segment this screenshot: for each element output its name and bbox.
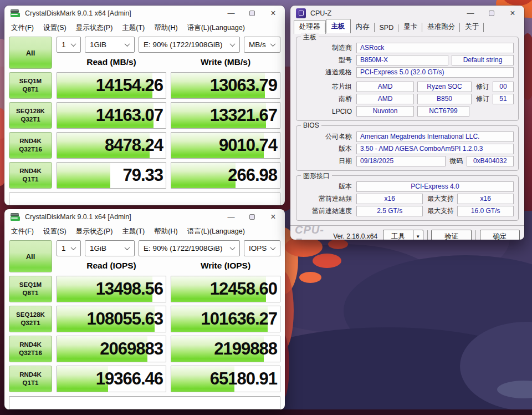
minimize-icon[interactable]: — <box>227 9 235 17</box>
run-all-button[interactable]: All <box>9 37 52 69</box>
write-column-header: Write (IOPS) <box>171 259 280 272</box>
read-result-cell: 8478.24 <box>57 132 166 159</box>
manufacturer-label: 制造商 <box>301 43 352 53</box>
read-result-cell: 14154.26 <box>57 72 166 99</box>
test-count-select[interactable]: 1 <box>57 240 81 256</box>
write-column-header: Write (MB/s) <box>171 55 280 69</box>
test-button-seq128k-q32t1[interactable]: SEQ128KQ32T1 <box>9 102 52 129</box>
tab-mainboard[interactable]: 主板 <box>326 19 351 33</box>
menu-view[interactable]: 显示状态(P) <box>76 227 113 236</box>
link-width-value: x16 <box>356 194 423 204</box>
link-speed-label: 當前連結速度 <box>301 206 352 216</box>
chevron-down-icon <box>125 245 130 250</box>
chipset-label: 芯片组 <box>301 82 352 92</box>
test-button-seq128k-q32t1[interactable]: SEQ128KQ32T1 <box>9 306 52 332</box>
microcode-label: 微码 <box>450 156 463 166</box>
menu-settings[interactable]: 设置(S) <box>43 23 66 33</box>
max-speed-value: 16.0 GT/s <box>457 206 514 216</box>
run-all-button[interactable]: All <box>9 240 52 272</box>
tab-spd[interactable]: SPD <box>375 22 399 34</box>
lpcio-label: LPCIO <box>301 108 352 115</box>
cpuz-logo: CPU-Z <box>295 224 329 240</box>
southbridge-rev-label: 修订 <box>476 94 489 104</box>
test-button-rnd4k-q1t1[interactable]: RND4KQ1T1 <box>9 162 52 189</box>
unit-select[interactable]: MB/s <box>244 37 280 53</box>
menu-view[interactable]: 显示状态(P) <box>76 23 113 33</box>
menu-language[interactable]: 语言(L)(Language) <box>187 227 245 236</box>
chevron-down-icon <box>71 245 76 250</box>
bios-version-value: 3.50 - AMD AGESA ComboAm5PI 1.2.0.3 <box>356 144 514 154</box>
test-size-select[interactable]: 1GiB <box>85 240 135 256</box>
bios-version-label: 版本 <box>301 144 352 154</box>
maximize-icon[interactable] <box>249 214 255 220</box>
bios-date-label: 日期 <box>301 156 352 166</box>
cdm-titlebar: CrystalDiskMark 9.0.1 x64 [Admin] — × <box>4 6 285 21</box>
manufacturer-value: ASRock <box>356 43 514 53</box>
validate-button[interactable]: 验证 <box>431 230 471 240</box>
cpuz-titlebar: CPU-Z — × <box>290 6 524 21</box>
read-result-cell: 79.33 <box>57 162 166 189</box>
menu-help[interactable]: 帮助(H) <box>154 227 177 236</box>
menu-theme[interactable]: 主题(T) <box>122 227 145 236</box>
result-row-seq1m-q8t1: SEQ1MQ8T1 13498.56 12458.60 <box>9 276 280 302</box>
test-count-select[interactable]: 1 <box>57 37 81 53</box>
close-icon[interactable]: × <box>509 9 516 17</box>
read-result-cell: 19366.46 <box>57 366 166 392</box>
tab-cpu[interactable]: 处理器 <box>294 20 326 34</box>
test-button-rnd4k-q1t1[interactable]: RND4KQ1T1 <box>9 366 52 392</box>
menu-settings[interactable]: 设置(S) <box>43 227 66 236</box>
chevron-down-icon <box>270 41 276 47</box>
gfx-version-value: PCI-Express 4.0 <box>356 181 514 192</box>
cpuz-window: CPU-Z — × 处理器 主板 内存 SPD 显卡 基准跑分 关于 主板 制造… <box>290 6 524 240</box>
tab-about[interactable]: 关于 <box>460 21 484 34</box>
tab-memory[interactable]: 内存 <box>351 21 375 34</box>
result-row-rnd4k-q1t1: RND4KQ1T1 79.33 266.98 <box>9 162 280 189</box>
write-result-cell: 13063.79 <box>171 72 280 99</box>
chevron-down-icon <box>230 245 236 250</box>
menu-help[interactable]: 帮助(H) <box>154 23 177 33</box>
group-legend: BIOS <box>301 122 321 129</box>
chevron-down-icon <box>71 41 76 47</box>
tab-graphics[interactable]: 显卡 <box>398 21 422 34</box>
lpcio-value: NCT6799 <box>417 106 469 117</box>
tab-bench[interactable]: 基准跑分 <box>422 21 460 34</box>
write-result-cell: 13321.67 <box>171 102 280 129</box>
write-result-cell: 101636.27 <box>171 306 280 332</box>
test-button-seq1m-q8t1[interactable]: SEQ1MQ8T1 <box>9 72 52 99</box>
bus-specs-label: 通道规格 <box>301 68 352 77</box>
status-bar <box>9 396 280 409</box>
cdm-toolbar: 1 1GiB E: 90% (1722/1908GiB) MB/s <box>57 37 280 53</box>
close-icon[interactable]: × <box>269 9 277 17</box>
model-value: B850M-X <box>356 55 448 65</box>
tools-dropdown-icon[interactable]: ▼ <box>413 230 423 240</box>
read-result-cell: 2069883 <box>57 336 166 362</box>
minimize-icon[interactable]: — <box>467 9 474 17</box>
cdm-window-iops: CrystalDiskMark 9.0.1 x64 [Admin] — × 文件… <box>4 209 285 409</box>
chipset-rev-value: 00 <box>493 82 514 92</box>
maximize-icon[interactable] <box>249 11 255 16</box>
menu-file[interactable]: 文件(F) <box>11 23 34 33</box>
menu-language[interactable]: 语言(L)(Language) <box>187 23 245 33</box>
link-width-label: 當前連結頻 <box>301 194 352 204</box>
target-drive-select[interactable]: E: 90% (1722/1908GiB) <box>139 240 240 256</box>
cpuz-tab-bar: 处理器 主板 内存 SPD 显卡 基准跑分 关于 <box>290 21 524 34</box>
minimize-icon[interactable]: — <box>227 213 235 221</box>
menu-theme[interactable]: 主题(T) <box>122 23 145 33</box>
bus-specs-value: PCI-Express 5.0 (32.0 GT/s) <box>356 67 514 78</box>
test-size-select[interactable]: 1GiB <box>85 37 135 53</box>
status-bar <box>9 193 280 205</box>
unit-select[interactable]: IOPS <box>244 240 280 256</box>
menu-file[interactable]: 文件(F) <box>11 227 34 236</box>
window-title: CrystalDiskMark 9.0.1 x64 [Admin] <box>25 9 227 17</box>
test-button-rnd4k-q32t16[interactable]: RND4KQ32T16 <box>9 336 52 362</box>
bios-group: BIOS 公司名称 American Megatrends Internatio… <box>296 125 519 171</box>
microcode-value: 0xB404032 <box>467 156 514 166</box>
target-drive-select[interactable]: E: 90% (1722/1908GiB) <box>139 37 240 53</box>
crystaldiskmark-app-icon <box>10 212 21 221</box>
close-icon[interactable]: × <box>269 213 277 221</box>
ok-button[interactable]: 确定 <box>480 230 520 240</box>
test-button-rnd4k-q32t16[interactable]: RND4KQ32T16 <box>9 132 52 159</box>
tools-button[interactable]: 工具 <box>383 230 413 240</box>
maximize-icon[interactable] <box>489 11 494 16</box>
test-button-seq1m-q8t1[interactable]: SEQ1MQ8T1 <box>9 276 52 302</box>
